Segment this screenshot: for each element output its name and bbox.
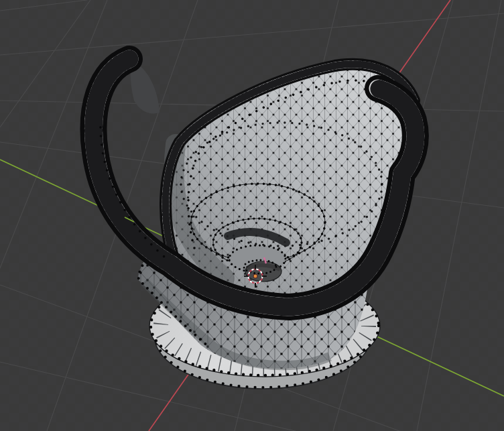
3d-viewport[interactable] xyxy=(0,0,504,431)
cursor-center-dot xyxy=(253,274,257,278)
viewport-canvas[interactable] xyxy=(0,0,504,431)
